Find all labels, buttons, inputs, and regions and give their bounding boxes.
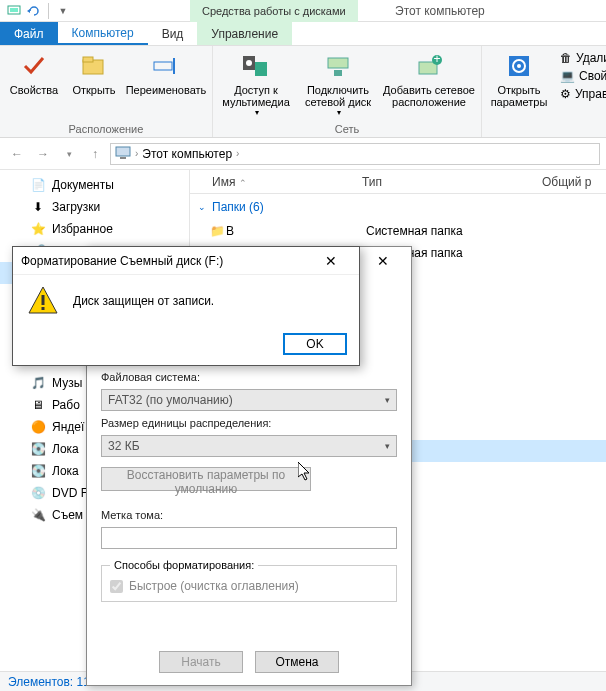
close-button[interactable]: ✕ xyxy=(363,249,403,273)
download-icon: ⬇ xyxy=(30,199,46,215)
group-label-location: Расположение xyxy=(6,123,206,136)
start-button[interactable]: Начать xyxy=(159,651,243,673)
window-title: Этот компьютер xyxy=(395,0,485,22)
tab-view[interactable]: Вид xyxy=(148,22,198,45)
alert-dialog: Форматирование Съемный диск (F:) ✕ Диск … xyxy=(12,246,360,366)
status-item-count: Элементов: 11 xyxy=(8,675,90,689)
ribbon-group-system: Открыть параметры 🗑Удалить 💻Свойст ⚙Упра… xyxy=(482,46,606,137)
svg-point-17 xyxy=(517,64,521,68)
history-dropdown[interactable]: ▾ xyxy=(58,143,80,165)
svg-rect-21 xyxy=(42,295,45,305)
yandex-icon: 🟠 xyxy=(30,419,46,435)
svg-text:+: + xyxy=(433,52,440,66)
separator xyxy=(48,3,49,19)
manage-button[interactable]: ⚙Управлє xyxy=(558,86,606,102)
nav-item[interactable]: ⭐Избранное xyxy=(0,218,189,240)
address-bar: ← → ▾ ↑ › Этот компьютер › xyxy=(0,138,606,170)
quick-format-input[interactable] xyxy=(110,580,123,593)
group-label-system xyxy=(488,135,606,136)
usb-icon: 🔌 xyxy=(30,507,46,523)
au-select[interactable]: 32 КБ▾ xyxy=(101,435,397,457)
quick-format-checkbox[interactable]: Быстрое (очистка оглавления) xyxy=(110,579,388,593)
svg-rect-8 xyxy=(255,62,267,76)
pc-icon xyxy=(115,144,131,163)
svg-rect-19 xyxy=(120,157,126,159)
group-folders[interactable]: ⌄ Папки (6) xyxy=(190,194,606,220)
drive-network-icon xyxy=(322,50,354,82)
column-size[interactable]: Общий р xyxy=(534,175,606,189)
music-icon: 🎵 xyxy=(30,375,46,391)
media-icon xyxy=(240,50,272,82)
list-item[interactable]: 📁ВСистемная папка xyxy=(190,220,606,242)
nav-item-label: Яндеї xyxy=(52,420,84,434)
nav-item[interactable]: 📄Документы xyxy=(0,174,189,196)
desktop-icon: 🖥 xyxy=(30,397,46,413)
open-button[interactable]: Открыть xyxy=(70,48,118,96)
restore-defaults-button[interactable]: Восстановить параметры по умолчанию xyxy=(101,467,311,491)
tab-manage[interactable]: Управление xyxy=(197,22,292,45)
properties-button[interactable]: Свойства xyxy=(6,48,62,96)
ribbon-tabs: Файл Компьютер Вид Управление xyxy=(0,22,606,46)
close-format-button[interactable]: Отмена xyxy=(255,651,339,673)
volume-label: Метка тома: xyxy=(101,509,397,521)
nav-item-label: Избранное xyxy=(52,222,113,236)
qat-dropdown-icon[interactable]: ▼ xyxy=(55,3,71,19)
nav-item-label: Музы xyxy=(52,376,82,390)
manage-icon: ⚙ xyxy=(560,87,571,101)
nav-item-label: Документы xyxy=(52,178,114,192)
breadcrumb-this-pc[interactable]: Этот компьютер xyxy=(142,147,232,161)
open-settings-button[interactable]: Открыть параметры xyxy=(488,48,550,108)
chevron-right-icon[interactable]: › xyxy=(135,148,138,159)
up-button[interactable]: ↑ xyxy=(84,143,106,165)
pc-icon xyxy=(6,3,22,19)
options-legend: Способы форматирования: xyxy=(110,559,258,571)
contextual-tab-header: Средства работы с дисками xyxy=(190,0,358,22)
nav-item-label: Лока xyxy=(52,464,79,478)
nav-item[interactable]: ⬇Загрузки xyxy=(0,196,189,218)
map-drive-button[interactable]: Подключить сетевой диск▾ xyxy=(301,48,375,117)
tab-file[interactable]: Файл xyxy=(0,22,58,45)
svg-rect-11 xyxy=(334,70,342,76)
dvd-icon: 💿 xyxy=(30,485,46,501)
fs-label: Файловая система: xyxy=(101,371,397,383)
add-location-button[interactable]: + Добавить сетевое расположение xyxy=(383,48,475,108)
star-icon: ⭐ xyxy=(30,221,46,237)
redo-icon[interactable] xyxy=(26,3,42,19)
svg-rect-18 xyxy=(116,147,130,156)
svg-rect-10 xyxy=(328,58,348,68)
item-type: Системная папка xyxy=(366,224,546,238)
column-type[interactable]: Тип xyxy=(354,175,534,189)
forward-button[interactable]: → xyxy=(32,143,54,165)
svg-point-9 xyxy=(246,60,252,66)
sys-properties-button[interactable]: 💻Свойст xyxy=(558,68,606,84)
rename-icon xyxy=(150,50,182,82)
settings-icon xyxy=(503,50,535,82)
address-box[interactable]: › Этот компьютер › xyxy=(110,143,600,165)
tab-computer[interactable]: Компьютер xyxy=(58,22,148,45)
svg-rect-5 xyxy=(154,62,172,70)
rename-button[interactable]: Переименовать xyxy=(126,48,206,96)
group-label-network: Сеть xyxy=(219,123,475,136)
drive-icon: 💽 xyxy=(30,441,46,457)
item-name: В xyxy=(226,224,366,238)
alert-message: Диск защищен от записи. xyxy=(73,294,214,308)
column-headers: Имя ⌃ Тип Общий р xyxy=(190,170,606,194)
warning-icon xyxy=(27,285,59,317)
au-label: Размер единицы распределения: xyxy=(101,417,397,429)
alert-close-button[interactable]: ✕ xyxy=(311,249,351,273)
chevron-right-icon[interactable]: › xyxy=(236,148,239,159)
document-icon: 📄 xyxy=(30,177,46,193)
media-access-button[interactable]: Доступ к мультимедиа▾ xyxy=(219,48,293,117)
uninstall-button[interactable]: 🗑Удалить xyxy=(558,50,606,66)
fs-select[interactable]: FAT32 (по умолчанию)▾ xyxy=(101,389,397,411)
ribbon-group-network: Доступ к мультимедиа▾ Подключить сетевой… xyxy=(213,46,482,137)
alert-titlebar: Форматирование Съемный диск (F:) ✕ xyxy=(13,247,359,275)
svg-rect-4 xyxy=(83,57,93,62)
nav-item-label: Загрузки xyxy=(52,200,100,214)
volume-input[interactable] xyxy=(101,527,397,549)
drive-icon: 💽 xyxy=(30,463,46,479)
back-button[interactable]: ← xyxy=(6,143,28,165)
system-small-buttons: 🗑Удалить 💻Свойст ⚙Управлє xyxy=(558,48,606,102)
ok-button[interactable]: OK xyxy=(283,333,347,355)
column-name[interactable]: Имя ⌃ xyxy=(204,175,354,189)
